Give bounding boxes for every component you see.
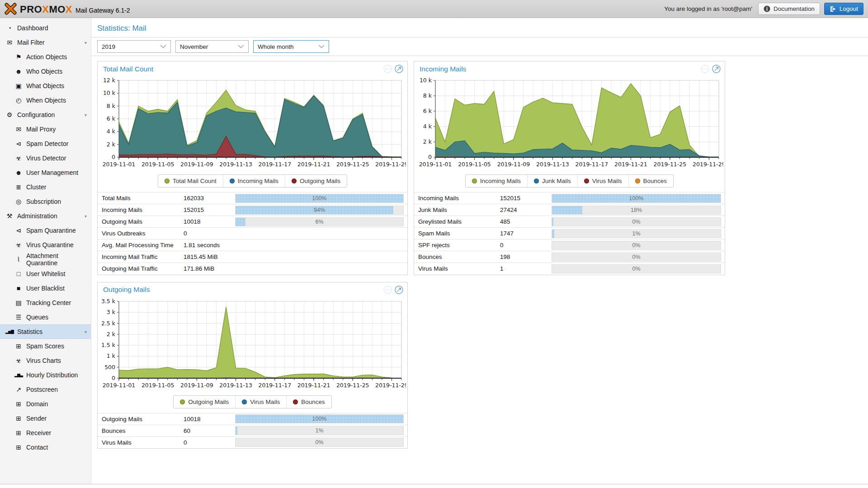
sidebar-item-cluster[interactable]: ≣Cluster [0, 180, 91, 194]
sidebar-item-what-objects[interactable]: ▣What Objects [0, 79, 91, 93]
row-value: 171.86 MiB [184, 263, 235, 275]
sidebar-item-label: Virus Detector [26, 155, 66, 162]
svg-text:1 k: 1 k [107, 352, 116, 359]
collapse-tool-icon[interactable] [383, 65, 392, 73]
sidebar-item-virus-charts[interactable]: ☣Virus Charts [0, 353, 91, 368]
chart-export-tool-icon[interactable] [395, 286, 403, 294]
svg-text:2019-11-05: 2019-11-05 [458, 161, 491, 168]
sidebar-item-spam-quarantine[interactable]: ⊲Spam Quarantine [0, 223, 91, 238]
collapse-tool-icon[interactable] [701, 65, 709, 73]
percent-bar: 100% [552, 194, 721, 203]
logout-button[interactable]: Logout [824, 3, 863, 15]
sidebar-item-contact[interactable]: ⊞Contact [0, 440, 91, 455]
top-bar: PROXMOX Mail Gateway 6.1-2 You are logge… [0, 0, 868, 18]
legend-item-bounces[interactable]: Bounces [628, 175, 674, 187]
month-select[interactable]: November [175, 40, 249, 53]
range-select[interactable]: Whole month [253, 40, 329, 53]
sidebar-item-postscreen[interactable]: ↗Postscreen [0, 382, 91, 397]
brand: PROXMOX Mail Gateway 6.1-2 [5, 3, 130, 15]
expander-arrow-icon[interactable]: ▾ [85, 113, 87, 117]
sidebar-item-when-objects[interactable]: ◴When Objects [0, 93, 91, 108]
virus-detector-icon: ☣ [14, 155, 24, 162]
sidebar-item-sender[interactable]: ⊞Sender [0, 411, 91, 426]
statistics-icon: ▂▅▇ [5, 329, 14, 334]
sidebar-item-who-objects[interactable]: ☻Who Objects [0, 64, 91, 79]
year-select[interactable]: 2019 [97, 40, 171, 53]
sidebar-item-label: Domain [26, 400, 48, 408]
sidebar-item-user-management[interactable]: ☻User Management [0, 165, 91, 180]
row-value: 1815.45 MiB [184, 251, 235, 263]
sidebar-item-virus-detector[interactable]: ☣Virus Detector [0, 151, 91, 165]
collapse-tool-icon[interactable] [383, 286, 392, 294]
sidebar-item-receiver[interactable]: ⊞Receiver [0, 426, 91, 440]
sidebar-item-queues[interactable]: ☰Queues [0, 310, 91, 324]
chevron-down-icon [238, 45, 244, 48]
sidebar-item-label: Hourly Distribution [26, 371, 78, 379]
legend-dot-icon [165, 178, 170, 183]
table-row: Avg. Mail Processing Time1.81 seconds [98, 239, 407, 251]
svg-text:0: 0 [428, 154, 432, 160]
panel-title: Outgoing Mails [103, 286, 150, 294]
sidebar-item-tracking-center[interactable]: ▤Tracking Center [0, 296, 91, 310]
sidebar-item-virus-quarantine[interactable]: ☣Virus Quarantine [0, 238, 91, 252]
sidebar-item-attachment-quarantine[interactable]: ⌇Attachment Quarantine [0, 252, 91, 267]
sidebar-item-subscription[interactable]: ◎Subscription [0, 194, 91, 209]
sidebar-item-statistics[interactable]: ▂▅▇Statistics▾ [0, 324, 91, 339]
sidebar-item-label: Statistics [17, 328, 42, 335]
svg-text:2019-11-17: 2019-11-17 [576, 161, 609, 168]
attachment-quarantine-icon: ⌇ [14, 256, 24, 263]
expander-arrow-icon[interactable]: ▾ [85, 40, 87, 45]
legend-item-virus-mails[interactable]: Virus Mails [235, 396, 286, 408]
table-row: Incoming Mail Traffic1815.45 MiB [98, 251, 407, 263]
table-row: Virus Outbreaks0 [98, 228, 407, 239]
documentation-button[interactable]: Documentation [758, 3, 820, 15]
tracking-center-icon: ▤ [14, 299, 24, 306]
total-mail-count-table: Total Mails162033100%Incoming Mails15201… [98, 192, 407, 275]
row-label: Virus Mails [98, 436, 184, 448]
legend-item-outgoing-mails[interactable]: Outgoing Mails [174, 396, 235, 408]
sidebar-item-hourly-distribution[interactable]: ▂▆▃Hourly Distribution [0, 368, 91, 382]
spam-quarantine-icon: ⊲ [14, 227, 24, 234]
sidebar-item-user-blacklist[interactable]: ■User Blacklist [0, 281, 91, 296]
percent-bar-label: 100% [236, 415, 403, 423]
panel-tools [383, 65, 403, 73]
legend-item-virus-mails[interactable]: Virus Mails [577, 175, 628, 187]
percent-bar-label: 1% [552, 230, 721, 238]
sender-icon: ⊞ [14, 415, 24, 422]
sidebar-item-mail-filter[interactable]: ✉Mail Filter▾ [0, 35, 91, 50]
sidebar-item-mail-proxy[interactable]: ✉Mail Proxy [0, 122, 91, 136]
queues-icon: ☰ [14, 314, 24, 321]
legend-item-total-mail-count[interactable]: Total Mail Count [158, 175, 223, 187]
chart-export-tool-icon[interactable] [395, 65, 403, 73]
sidebar-item-user-whitelist[interactable]: □User Whitelist [0, 267, 91, 281]
row-bar-cell: 0% [552, 216, 725, 228]
svg-text:2019-11-05: 2019-11-05 [142, 382, 175, 389]
panel-total-mail-count: Total Mail Count 12 k10 k8 k6 k4 k2 k020… [97, 61, 408, 275]
chevron-down-icon [160, 45, 166, 48]
product-version: Mail Gateway 6.1-2 [75, 7, 130, 15]
chart-legend: Total Mail CountIncoming MailsOutgoing M… [158, 174, 347, 188]
sidebar-item-spam-detector[interactable]: ⊲Spam Detector [0, 136, 91, 151]
row-bar-cell [235, 251, 407, 263]
sidebar-item-action-objects[interactable]: ⚑Action Objects [0, 50, 91, 64]
expander-arrow-icon[interactable]: ▾ [85, 329, 87, 334]
chart-export-tool-icon[interactable] [712, 65, 721, 73]
legend-item-outgoing-mails[interactable]: Outgoing Mails [285, 175, 347, 187]
legend-item-incoming-mails[interactable]: Incoming Mails [466, 175, 527, 187]
total-mail-count-chart: 12 k10 k8 k6 k4 k2 k02019-11-012019-11-0… [99, 77, 406, 171]
svg-text:2019-11-21: 2019-11-21 [614, 161, 647, 168]
percent-bar-label: 0% [552, 265, 721, 273]
mail-proxy-icon: ✉ [14, 126, 24, 133]
sidebar-item-dashboard[interactable]: ◔Dashboard [0, 21, 91, 35]
svg-text:2019-11-25: 2019-11-25 [336, 161, 369, 168]
sidebar-item-domain[interactable]: ⊞Domain [0, 397, 91, 411]
sidebar-item-administration[interactable]: ⚒Administration▾ [0, 209, 91, 223]
legend-item-incoming-mails[interactable]: Incoming Mails [223, 175, 285, 187]
subscription-icon: ◎ [14, 198, 24, 205]
expander-arrow-icon[interactable]: ▾ [85, 214, 87, 219]
panel-tools [701, 65, 721, 73]
sidebar-item-spam-scores[interactable]: ⊞Spam Scores [0, 339, 91, 353]
sidebar-item-configuration[interactable]: ⚙Configuration▾ [0, 108, 91, 122]
legend-item-bounces[interactable]: Bounces [286, 396, 331, 408]
legend-item-junk-mails[interactable]: Junk Mails [527, 175, 577, 187]
